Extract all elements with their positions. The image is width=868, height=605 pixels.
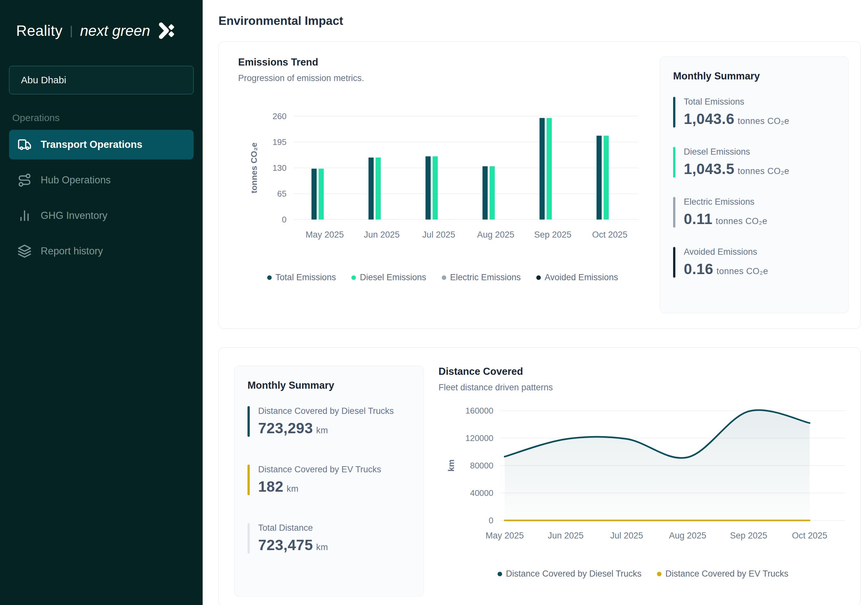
svg-text:160000: 160000: [465, 406, 493, 416]
distance-covered-subtitle: Fleet distance driven patterns: [439, 383, 847, 392]
sidebar-item-label: Report history: [41, 245, 103, 257]
svg-text:Oct 2025: Oct 2025: [792, 531, 827, 540]
summary-item: Total Emissions1,043.6tonnes CO₂e: [673, 97, 835, 127]
emissions-trend-title: Emissions Trend: [238, 56, 647, 68]
legend-item: Avoided Emissions: [536, 273, 618, 282]
legend-label: Avoided Emissions: [545, 273, 618, 282]
legend-item: Diesel Emissions: [351, 273, 426, 282]
truck-icon: [17, 138, 32, 152]
svg-text:km: km: [446, 459, 456, 472]
sidebar-item-transport-operations[interactable]: Transport Operations: [9, 130, 194, 160]
bar: [547, 118, 552, 220]
distance-chart-column: Distance Covered Fleet distance driven p…: [439, 366, 847, 605]
distance-summary-items: Distance Covered by Diesel Trucks723,293…: [248, 406, 411, 554]
brand-mark-icon: [158, 22, 175, 39]
svg-text:May 2025: May 2025: [486, 531, 524, 540]
svg-text:130: 130: [273, 163, 287, 173]
distance-line-chart[interactable]: 04000080000120000160000kmMay 2025Jun 202…: [439, 398, 845, 559]
legend-label: Electric Emissions: [450, 273, 521, 282]
summary-item-value: 0.16tonnes CO₂e: [684, 260, 768, 278]
legend-item: Distance Covered by EV Trucks: [657, 569, 788, 579]
distance-monthly-summary-panel: Monthly Summary Distance Covered by Dies…: [234, 366, 424, 597]
svg-text:Aug 2025: Aug 2025: [669, 531, 706, 540]
emissions-summary-title: Monthly Summary: [673, 70, 835, 82]
summary-item-unit: tonnes CO₂e: [716, 216, 767, 226]
summary-item-value: 182km: [258, 478, 381, 495]
summary-item-unit: tonnes CO₂e: [738, 116, 789, 126]
sidebar-item-ghg-inventory[interactable]: GHG Inventory: [9, 201, 194, 231]
summary-accent-bar: [673, 247, 675, 278]
summary-item-value: 1,043.6tonnes CO₂e: [684, 110, 789, 127]
distance-summary-title: Monthly Summary: [248, 380, 411, 391]
emissions-trend-subtitle: Progression of emission metrics.: [238, 73, 647, 83]
sidebar: Reality | next green Abu Dhabi Operation…: [0, 0, 203, 605]
brand-logo: Reality | next green: [9, 22, 194, 39]
svg-text:65: 65: [277, 189, 287, 199]
summary-item-label: Avoided Emissions: [684, 247, 768, 257]
summary-item-label: Electric Emissions: [684, 197, 767, 207]
legend-label: Distance Covered by EV Trucks: [665, 569, 788, 579]
bar: [433, 156, 438, 220]
sidebar-item-label: Transport Operations: [41, 139, 142, 150]
svg-text:195: 195: [273, 137, 287, 147]
summary-item-label: Distance Covered by EV Trucks: [258, 465, 381, 475]
svg-text:0: 0: [282, 215, 287, 224]
location-value: Abu Dhabi: [21, 74, 66, 85]
legend-item: Total Emissions: [267, 273, 336, 282]
summary-item-value: 0.11tonnes CO₂e: [684, 210, 767, 228]
summary-item: Diesel Emissions1,043.5tonnes CO₂e: [673, 147, 835, 178]
emissions-trend-bar-chart[interactable]: 065130195260tonnes CO₂eMay 2025Jun 2025J…: [238, 95, 645, 263]
bar: [482, 166, 488, 220]
sidebar-item-report-history[interactable]: Report history: [9, 236, 194, 266]
svg-text:May 2025: May 2025: [305, 230, 344, 240]
distance-covered-card: Monthly Summary Distance Covered by Dies…: [219, 347, 860, 605]
summary-item-unit: km: [316, 425, 328, 435]
page-title: Environmental Impact: [219, 14, 860, 28]
legend-dot: [657, 572, 662, 576]
legend-label: Distance Covered by Diesel Trucks: [506, 569, 642, 579]
svg-text:80000: 80000: [470, 461, 493, 470]
legend-dot: [442, 275, 446, 280]
legend-item: Electric Emissions: [442, 273, 521, 282]
svg-text:Aug 2025: Aug 2025: [477, 230, 515, 240]
summary-item: Distance Covered by Diesel Trucks723,293…: [248, 406, 411, 437]
svg-text:120000: 120000: [465, 433, 493, 443]
summary-item-unit: km: [287, 484, 299, 493]
brand-name: Reality: [16, 22, 63, 39]
summary-accent-bar: [673, 197, 675, 228]
svg-text:Jun 2025: Jun 2025: [364, 230, 400, 240]
summary-item-label: Diesel Emissions: [684, 147, 789, 157]
sidebar-item-hub-operations[interactable]: Hub Operations: [9, 165, 194, 195]
svg-text:260: 260: [273, 112, 287, 121]
brand-divider: |: [70, 24, 73, 38]
svg-text:40000: 40000: [470, 488, 493, 498]
bar: [312, 169, 316, 220]
main-content: Environmental Impact Emissions Trend Pro…: [203, 0, 868, 605]
bar: [426, 156, 431, 220]
svg-text:Sep 2025: Sep 2025: [730, 531, 767, 540]
brand-tagline: next green: [80, 22, 150, 39]
legend-label: Diesel Emissions: [360, 273, 426, 282]
svg-text:Jul 2025: Jul 2025: [422, 230, 455, 240]
summary-item-label: Total Emissions: [684, 97, 789, 107]
emissions-trend-card: Emissions Trend Progression of emission …: [219, 41, 860, 329]
svg-text:tonnes CO₂e: tonnes CO₂e: [249, 143, 259, 193]
summary-item: Total Distance723,475km: [248, 523, 411, 554]
summary-item: Avoided Emissions0.16tonnes CO₂e: [673, 247, 835, 278]
sidebar-item-label: GHG Inventory: [41, 210, 107, 222]
summary-item-unit: tonnes CO₂e: [738, 166, 789, 176]
svg-text:0: 0: [489, 516, 493, 525]
location-selector[interactable]: Abu Dhabi: [9, 66, 194, 94]
summary-accent-bar: [248, 523, 250, 554]
bar: [597, 136, 602, 220]
bar: [376, 158, 381, 220]
summary-item-value: 1,043.5tonnes CO₂e: [684, 160, 789, 178]
bar: [604, 136, 609, 220]
legend-item: Distance Covered by Diesel Trucks: [498, 569, 642, 579]
summary-accent-bar: [248, 465, 250, 495]
emissions-chart-column: Emissions Trend Progression of emission …: [238, 56, 647, 328]
summary-item: Distance Covered by EV Trucks182km: [248, 465, 411, 495]
legend-dot: [267, 275, 272, 280]
bar: [318, 169, 324, 220]
area-fill: [505, 410, 810, 520]
